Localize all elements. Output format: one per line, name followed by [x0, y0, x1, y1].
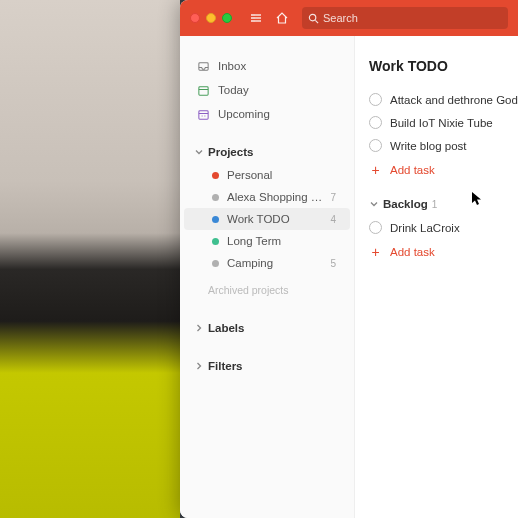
nav-label: Upcoming	[218, 108, 270, 120]
search-placeholder: Search	[323, 12, 358, 24]
task-label: Build IoT Nixie Tube	[390, 117, 493, 129]
task-label: Drink LaCroix	[390, 222, 460, 234]
project-label: Work TODO	[227, 213, 322, 225]
add-task-label: Add task	[390, 164, 435, 176]
background-photo	[0, 0, 180, 518]
filters-header-label: Filters	[208, 360, 243, 372]
project-item-long-term[interactable]: Long Term	[184, 230, 350, 252]
labels-header[interactable]: Labels	[180, 316, 354, 340]
home-icon[interactable]	[272, 8, 292, 28]
task-checkbox[interactable]	[369, 221, 382, 234]
svg-line-4	[315, 20, 318, 23]
project-color-dot	[212, 172, 219, 179]
project-color-dot	[212, 260, 219, 267]
window-minimize-button[interactable]	[206, 13, 216, 23]
chevron-right-icon	[194, 323, 204, 333]
calendar-today-icon	[196, 83, 210, 97]
sidebar: Inbox Today Upcoming Projects	[180, 36, 355, 518]
filters-header[interactable]: Filters	[180, 354, 354, 378]
projects-header-label: Projects	[208, 146, 253, 158]
archived-projects-link[interactable]: Archived projects	[180, 278, 354, 302]
task-row[interactable]: Write blog post	[369, 134, 518, 157]
nav-label: Inbox	[218, 60, 246, 72]
project-item-work-todo[interactable]: Work TODO 4	[184, 208, 350, 230]
project-count: 5	[330, 258, 336, 269]
project-color-dot	[212, 194, 219, 201]
section-count: 1	[432, 199, 438, 210]
task-row[interactable]: Attack and dethrone God	[369, 88, 518, 111]
section-header[interactable]: Backlog 1	[369, 198, 518, 210]
project-count: 4	[330, 214, 336, 225]
project-label: Camping	[227, 257, 322, 269]
project-color-dot	[212, 238, 219, 245]
svg-rect-8	[198, 110, 207, 118]
titlebar: Search	[180, 0, 518, 36]
svg-point-3	[309, 14, 315, 20]
window-maximize-button[interactable]	[222, 13, 232, 23]
project-item-personal[interactable]: Personal	[184, 164, 350, 186]
project-item-camping[interactable]: Camping 5	[184, 252, 350, 274]
sidebar-item-inbox[interactable]: Inbox	[180, 54, 354, 78]
projects-header[interactable]: Projects	[180, 140, 354, 164]
plus-icon: +	[369, 245, 382, 258]
chevron-down-icon	[194, 147, 204, 157]
task-row[interactable]: Drink LaCroix	[369, 216, 518, 239]
search-icon	[308, 13, 319, 24]
project-label: Long Term	[227, 235, 328, 247]
inbox-icon	[196, 59, 210, 73]
project-label: Personal	[227, 169, 328, 181]
add-task-button[interactable]: + Add task	[369, 157, 518, 182]
chevron-right-icon	[194, 361, 204, 371]
task-checkbox[interactable]	[369, 116, 382, 129]
svg-rect-6	[198, 86, 207, 94]
page-title: Work TODO	[369, 58, 518, 74]
search-box[interactable]: Search	[302, 7, 508, 29]
task-checkbox[interactable]	[369, 139, 382, 152]
section-name: Backlog	[383, 198, 428, 210]
window-close-button[interactable]	[190, 13, 200, 23]
sidebar-item-today[interactable]: Today	[180, 78, 354, 102]
task-label: Write blog post	[390, 140, 467, 152]
plus-icon: +	[369, 163, 382, 176]
project-count: 7	[330, 192, 336, 203]
project-item-alexa[interactable]: Alexa Shopping List 7	[184, 186, 350, 208]
menu-icon[interactable]	[246, 8, 266, 28]
task-label: Attack and dethrone God	[390, 94, 518, 106]
sidebar-item-upcoming[interactable]: Upcoming	[180, 102, 354, 126]
project-label: Alexa Shopping List	[227, 191, 322, 203]
main-content: Work TODO Attack and dethrone God Build …	[355, 36, 518, 518]
nav-label: Today	[218, 84, 249, 96]
app-body: Inbox Today Upcoming Projects	[180, 36, 518, 518]
calendar-upcoming-icon	[196, 107, 210, 121]
chevron-down-icon	[369, 199, 379, 209]
labels-header-label: Labels	[208, 322, 244, 334]
task-checkbox[interactable]	[369, 93, 382, 106]
add-task-label: Add task	[390, 246, 435, 258]
add-task-button[interactable]: + Add task	[369, 239, 518, 264]
task-row[interactable]: Build IoT Nixie Tube	[369, 111, 518, 134]
project-color-dot	[212, 216, 219, 223]
app-window: Search Inbox Today Upcoming	[180, 0, 518, 518]
